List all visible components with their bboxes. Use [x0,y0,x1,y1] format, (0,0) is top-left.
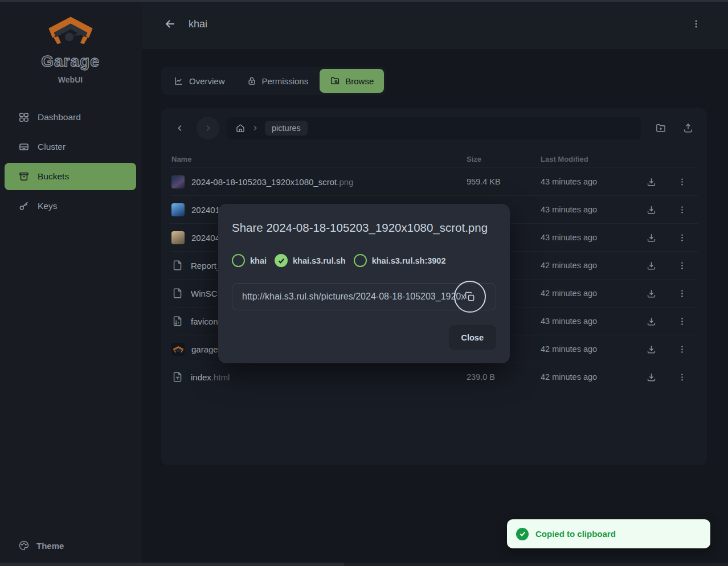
toast-notification: Copied to clipboard [507,519,710,548]
file-extension: .png [337,177,353,187]
table-row[interactable]: index.html 239.0 B 42 minutes ago [170,363,698,391]
sidebar-item-dashboard[interactable]: Dashboard [5,104,136,131]
file-modified: 43 minutes ago [541,233,643,242]
chart-icon [174,76,184,86]
download-icon [646,344,657,355]
download-icon [646,288,657,299]
row-menu-button[interactable] [674,202,690,218]
upload-button[interactable] [678,118,698,138]
kebab-menu-icon [677,204,688,215]
app-logo: Garage WebUI [0,0,141,84]
download-button[interactable] [643,229,659,245]
success-check-icon [516,528,529,540]
app-title: Garage [0,52,141,71]
kebab-menu-icon [677,372,688,383]
horizontal-scrollbar[interactable] [0,563,728,566]
file-size: 959.4 KB [467,177,541,186]
file-extension: .html [211,372,230,382]
file-modified: 42 minutes ago [541,289,643,298]
sidebar-nav: Dashboard Cluster Buckets Keys [0,104,141,220]
radio-checked-icon[interactable] [275,254,288,267]
download-icon [646,232,657,243]
radio-unchecked-icon[interactable] [232,254,245,267]
keys-icon [18,200,30,212]
row-menu-button[interactable] [674,257,690,273]
table-row[interactable]: 2024-08-18-105203_1920x1080_scrot.png 95… [170,167,698,195]
home-icon[interactable] [235,123,246,133]
browser-toolbar: pictures [170,116,698,140]
lock-icon [247,76,257,86]
file-modified: 43 minutes ago [541,177,643,186]
page-title: khai [189,18,207,30]
upload-icon [682,122,694,134]
download-button[interactable] [643,202,659,218]
kebab-menu-icon [677,177,688,187]
folder-search-icon [330,76,340,86]
kebab-menu-icon [677,260,688,271]
share-modal-title: Share 2024-08-18-105203_1920x1080_scrot.… [232,221,496,235]
palette-icon [18,540,30,551]
domain-option-khai-s3-3902[interactable]: khai.s3.rul.sh:3902 [354,254,446,267]
sidebar-item-cluster[interactable]: Cluster [5,133,136,161]
back-button[interactable] [161,15,179,33]
file-modified: 42 minutes ago [541,261,643,270]
radio-label: khai.s3.rul.sh [293,256,346,265]
row-menu-button[interactable] [674,285,690,301]
sidebar-item-buckets[interactable]: Buckets [5,163,136,190]
file-icon [171,287,184,300]
download-button[interactable] [643,174,659,190]
new-folder-button[interactable] [651,118,670,138]
download-icon [646,260,657,271]
kebab-menu-icon [677,316,688,327]
sidebar-item-keys[interactable]: Keys [5,192,136,220]
file-icon [171,259,184,272]
download-button[interactable] [643,313,659,329]
bucket-menu-button[interactable] [687,15,705,33]
nav-forward-button[interactable] [197,117,219,140]
copy-icon [464,291,476,302]
column-header-modified: Last Modified [541,155,643,163]
share-modal: Share 2024-08-18-105203_1920x1080_scrot.… [218,204,510,363]
row-menu-button[interactable] [674,341,690,357]
download-icon [646,204,657,215]
download-button[interactable] [643,341,659,357]
download-button[interactable] [643,257,659,273]
row-menu-button[interactable] [674,369,690,385]
row-menu-button[interactable] [674,313,690,329]
copy-url-button[interactable] [454,281,486,313]
download-button[interactable] [643,285,659,301]
radio-unchecked-icon[interactable] [354,254,367,267]
file-modified: 43 minutes ago [541,317,643,326]
close-modal-button[interactable]: Close [449,325,497,350]
tab-browse[interactable]: Browse [320,69,384,93]
kebab-menu-icon [677,288,688,299]
toolbar-actions [651,118,698,138]
page-header: khai [142,0,728,48]
file-modified: 43 minutes ago [541,205,643,214]
breadcrumb-folder[interactable]: pictures [265,121,308,136]
garage-logo-thumbnail [171,343,185,356]
sidebar: Garage WebUI Dashboard Cluster Buckets K… [0,0,141,566]
sidebar-item-label: Dashboard [38,112,81,122]
tab-label: Permissions [262,76,309,86]
theme-toggle[interactable]: Theme [5,533,77,558]
buckets-icon [18,171,30,182]
sidebar-item-label: Keys [38,201,57,211]
tab-overview[interactable]: Overview [163,69,235,93]
image-thumbnail [171,231,185,244]
download-button[interactable] [643,369,659,385]
image-thumbnail [171,175,185,188]
kebab-menu-icon [677,344,688,355]
row-menu-button[interactable] [674,229,690,245]
scrollbar-thumb[interactable] [0,563,344,566]
row-menu-button[interactable] [674,174,690,190]
tab-permissions[interactable]: Permissions [236,69,319,93]
arrow-left-icon [163,17,177,31]
domain-option-khai[interactable]: khai [232,254,267,267]
file-binary-icon [171,315,184,327]
domain-options: khai khai.s3.rul.sh khai.s3.rul.sh:3902 [232,254,496,267]
nav-back-button[interactable] [170,118,190,138]
cluster-icon [18,141,30,153]
domain-option-khai-s3[interactable]: khai.s3.rul.sh [275,254,346,267]
app-subtitle: WebUI [0,75,141,84]
